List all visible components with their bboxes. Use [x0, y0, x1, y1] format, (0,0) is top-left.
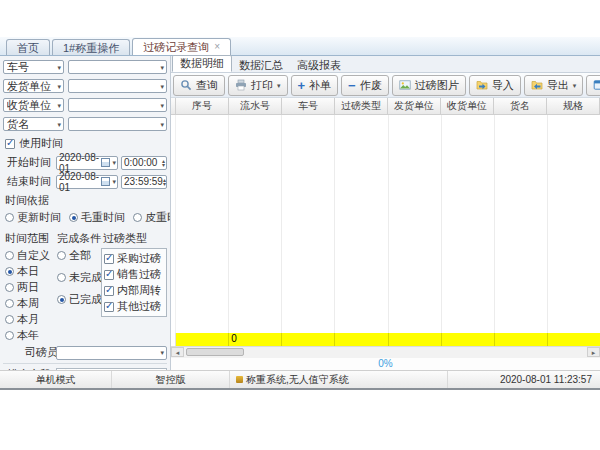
filter-value-combo[interactable]: ▾ — [68, 79, 167, 93]
checkbox-purchase-weigh[interactable]: ✓ 采购过磅 — [104, 251, 164, 266]
start-time-label: 开始时间 — [3, 155, 53, 170]
weigh-type-column: 过磅类型 ✓ 采购过磅 ✓ 销售过磅 ✓ — [101, 228, 167, 343]
radio-selected-icon — [57, 295, 66, 304]
radio-unfinished[interactable]: 未完成 — [57, 270, 101, 285]
app-window: 首页 1#称重操作 过磅记录查询 × 车号 ▾ — [0, 37, 600, 390]
tab-advanced-report[interactable]: 高级报表 — [290, 58, 348, 72]
weigher-label: 司磅员 — [3, 345, 53, 360]
start-date-picker[interactable]: 2020-08-01 ▾ — [56, 156, 118, 170]
column-header-weigh-type[interactable]: 过磅类型 — [335, 98, 388, 114]
close-icon[interactable]: × — [214, 42, 220, 52]
radio-icon — [57, 251, 66, 260]
grid-summary-row: 0 — [171, 333, 600, 346]
column-header-spec[interactable]: 规格 — [547, 98, 600, 114]
radio-gross-time[interactable]: 毛重时间 — [69, 210, 125, 225]
tab-data-summary[interactable]: 数据汇总 — [232, 58, 290, 72]
radio-icon — [5, 251, 14, 260]
search-icon — [180, 79, 192, 91]
scroll-left-icon[interactable]: ◂ — [171, 347, 184, 357]
divider — [3, 363, 167, 364]
radio-custom-range[interactable]: 自定义 — [5, 248, 55, 263]
filter-field-combo[interactable]: 车号 ▾ — [3, 60, 64, 74]
column-header-shipper[interactable]: 发货单位 — [388, 98, 441, 114]
supplement-order-button[interactable]: + 补单 — [291, 75, 339, 96]
radio-all[interactable]: 全部 — [57, 248, 101, 263]
scroll-right-icon[interactable]: ▸ — [587, 347, 600, 357]
start-time-row: 开始时间 2020-08-01 ▾ 0:00:00 ▴▾ — [3, 155, 167, 170]
summary-serial-count: 0 — [229, 333, 282, 346]
use-time-label: 使用时间 — [19, 136, 63, 151]
column-header-seq[interactable]: 序号 — [176, 98, 229, 114]
checkbox-sale-weigh[interactable]: ✓ 销售过磅 — [104, 267, 164, 282]
weigh-type-group: ✓ 采购过磅 ✓ 销售过磅 ✓ 内部周转 — [101, 248, 167, 317]
filter-value-combo[interactable]: ▾ — [68, 60, 167, 74]
data-tabbar: 数据明细 数据汇总 高级报表 — [171, 56, 600, 73]
tab-data-detail[interactable]: 数据明细 — [172, 55, 232, 72]
radio-this-month[interactable]: 本月 — [5, 312, 55, 327]
chevron-down-icon: ▾ — [57, 121, 61, 128]
weigh-type-title: 过磅类型 — [103, 231, 167, 246]
filter-value-combo[interactable]: ▾ — [68, 98, 167, 112]
tab-weighing-operation-label: 1#称重操作 — [63, 41, 119, 55]
weigher-combo[interactable]: ▾ — [56, 346, 167, 360]
radio-selected-icon — [69, 213, 78, 222]
app-logo-icon — [236, 376, 243, 383]
radio-two-days[interactable]: 两日 — [5, 280, 55, 295]
print-button[interactable]: 打印 ▾ — [228, 75, 288, 96]
checkbox-other-weigh[interactable]: ✓ 其他过磅 — [104, 299, 164, 314]
records-grid: 序号 流水号 车号 过磅类型 发货单位 收货单位 货名 规格 — [171, 98, 600, 370]
tab-home[interactable]: 首页 — [6, 39, 50, 55]
export-button[interactable]: 导出 ▾ — [524, 75, 584, 96]
image-icon — [399, 79, 411, 91]
use-time-checkbox[interactable]: ✓ 使用时间 — [5, 136, 167, 151]
grid-header: 序号 流水号 车号 过磅类型 发货单位 收货单位 货名 规格 — [171, 98, 600, 115]
column-header-serial[interactable]: 流水号 — [229, 98, 282, 114]
chevron-down-icon: ▾ — [160, 349, 164, 356]
chevron-down-icon: ▾ — [160, 102, 164, 109]
screenshot-root: 首页 1#称重操作 过磅记录查询 × 车号 ▾ — [0, 0, 600, 450]
radio-this-year[interactable]: 本年 — [5, 328, 55, 343]
radio-this-week[interactable]: 本周 — [5, 296, 55, 311]
filter-field-combo[interactable]: 发货单位 ▾ — [3, 79, 64, 93]
column-header-receiver[interactable]: 收货单位 — [441, 98, 494, 114]
filter-value-combo[interactable]: ▾ — [68, 117, 167, 131]
finish-condition-column: 完成条件 全部 未完成 已 — [55, 228, 101, 343]
chevron-down-icon[interactable]: ▾ — [277, 82, 281, 89]
settings-button[interactable]: 设置 — [586, 75, 600, 96]
end-date-picker[interactable]: 2020-08-01 ▾ — [56, 175, 118, 189]
calendar-icon — [101, 158, 110, 167]
chevron-down-icon: ▾ — [57, 83, 61, 90]
column-header-goods[interactable]: 货名 — [494, 98, 547, 114]
time-range-title: 时间范围 — [5, 231, 55, 246]
filter-field-combo[interactable]: 收货单位 ▾ — [3, 98, 64, 112]
radio-today[interactable]: 本日 — [5, 264, 55, 279]
radio-icon — [133, 213, 142, 222]
void-record-button[interactable]: − 作废 — [341, 75, 389, 96]
spinner-arrows-icon[interactable]: ▴▾ — [162, 159, 165, 167]
radio-finished[interactable]: 已完成 — [57, 292, 101, 307]
radio-icon — [5, 283, 14, 292]
tab-weighing-operation[interactable]: 1#称重操作 — [52, 39, 130, 55]
import-button[interactable]: 导入 — [469, 75, 521, 96]
radio-tare-time[interactable]: 皮重时间 — [133, 210, 171, 225]
import-icon — [476, 79, 488, 91]
spinner-arrows-icon[interactable]: ▴▾ — [163, 178, 166, 186]
horizontal-scrollbar[interactable]: ◂ ▸ — [171, 346, 600, 358]
query-button[interactable]: 查询 — [173, 75, 225, 96]
radio-selected-icon — [5, 267, 14, 276]
end-time-spinner[interactable]: 23:59:59 ▴▾ — [121, 175, 167, 189]
finish-condition-title: 完成条件 — [57, 231, 101, 246]
status-bar: 单机模式 智控版 称重系统,无人值守系统 2020-08-01 11:23:57 — [0, 370, 600, 388]
chevron-down-icon[interactable]: ▾ — [573, 82, 577, 89]
scrollbar-thumb[interactable] — [186, 348, 244, 356]
radio-icon — [5, 299, 14, 308]
tab-home-label: 首页 — [17, 41, 39, 55]
weigh-photos-button[interactable]: 过磅图片 — [392, 75, 466, 96]
filter-field-combo[interactable]: 货名 ▾ — [3, 117, 64, 131]
tab-weighing-record-query[interactable]: 过磅记录查询 × — [132, 38, 231, 55]
checkbox-internal-transfer[interactable]: ✓ 内部周转 — [104, 283, 164, 298]
radio-update-time[interactable]: 更新时间 — [5, 210, 61, 225]
filter-row-vehicle: 车号 ▾ ▾ — [3, 60, 167, 74]
column-header-vehicle[interactable]: 车号 — [282, 98, 335, 114]
start-time-spinner[interactable]: 0:00:00 ▴▾ — [121, 156, 167, 170]
